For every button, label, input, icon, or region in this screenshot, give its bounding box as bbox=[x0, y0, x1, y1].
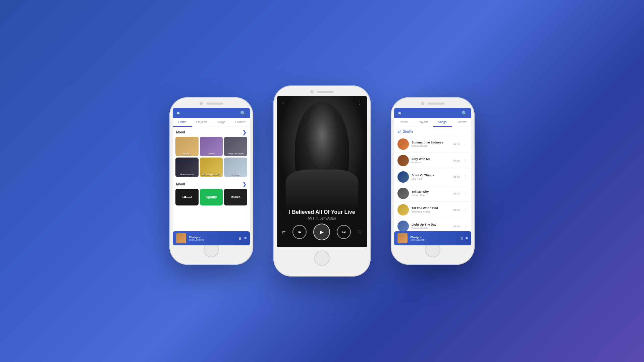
song-duration-4: 04:30 bbox=[453, 192, 460, 195]
shuffle-row-label: Shuffle bbox=[403, 130, 413, 133]
tab-playlists-right[interactable]: Playlists bbox=[414, 118, 433, 127]
platform-title: Mood bbox=[176, 182, 185, 186]
heart-btn[interactable]: ♡ bbox=[358, 229, 362, 235]
now-playing-artist-left: Jack Savoretti bbox=[189, 239, 235, 241]
song-thumb-4 bbox=[397, 188, 409, 199]
mood-card-motivational[interactable]: Motivational bbox=[175, 158, 199, 177]
tab-songs-right[interactable]: Songs bbox=[433, 118, 452, 127]
song-thumb-3 bbox=[397, 171, 409, 183]
platform-section-header: Mood ❯ bbox=[173, 179, 250, 189]
album-art bbox=[277, 96, 367, 209]
tab-folders-left[interactable]: Folders bbox=[231, 118, 250, 127]
mood-arrow-btn[interactable]: ❯ bbox=[242, 129, 247, 135]
tab-songs-left[interactable]: Songs bbox=[211, 118, 231, 127]
now-playing-info-right: Changes Jack Savoretti bbox=[410, 236, 457, 241]
now-playing-bar-right[interactable]: Changes Jack Savoretti ⏸ ≡ bbox=[394, 231, 471, 245]
right-screen: ≡ 🔍 Home Playlists Songs Folders ⇄ Shuff… bbox=[394, 108, 471, 239]
mood-grid: Happy Sweet Heart-broken Motivational So… bbox=[173, 137, 250, 179]
center-screen: ← ⋮ I Believed All Of Your Live MrTi ft … bbox=[277, 96, 367, 247]
song-artist-2: Rochus bbox=[412, 161, 450, 164]
hamburger-icon[interactable]: ≡ bbox=[177, 111, 179, 116]
song-item-2[interactable]: Stay With Me Rochus 04:30 ⋮ bbox=[394, 153, 471, 169]
song-title-1: Summertime Sadness bbox=[412, 141, 450, 144]
mood-card-lonely[interactable]: Lonely bbox=[224, 158, 247, 177]
song-item-4[interactable]: Tell Me Why Susan Boy 04:30 ⋮ bbox=[394, 185, 471, 202]
prev-btn[interactable]: ⏮ bbox=[292, 225, 307, 239]
song-item-3[interactable]: Spirit Of Things Sky Flyer 04:30 ⋮ bbox=[394, 169, 471, 185]
hamburger-icon-right[interactable]: ≡ bbox=[398, 111, 401, 116]
song-more-4[interactable]: ⋮ bbox=[464, 191, 468, 196]
phone-top-right bbox=[391, 97, 475, 108]
now-playing-bar-left[interactable]: Changes Jack Savoretti ⏸ ≡ bbox=[173, 231, 250, 245]
more-btn[interactable]: ⋮ bbox=[357, 100, 363, 106]
song-artist-4: Susan Boy bbox=[412, 194, 450, 197]
play-btn[interactable]: ▶ bbox=[313, 224, 330, 240]
song-more-6[interactable]: ⋮ bbox=[464, 224, 468, 229]
home-btn-center[interactable] bbox=[314, 250, 330, 266]
song-info-6: Light Up The Day Emma Hewitt bbox=[412, 223, 450, 230]
tab-playlists-left[interactable]: Playlists bbox=[192, 118, 212, 127]
shuffle-icon[interactable]: ⇄ bbox=[282, 229, 286, 235]
pause-btn-right[interactable]: ⏸ bbox=[460, 236, 464, 241]
song-more-2[interactable]: ⋮ bbox=[464, 158, 468, 163]
platform-arrow-btn[interactable]: ❯ bbox=[242, 181, 247, 187]
song-artist-3: Sky Flyer bbox=[412, 177, 450, 180]
itunes-label: iTunes bbox=[231, 195, 240, 199]
song-item-1[interactable]: Summertime Sadness Emma Hewitt 04:30 ⋮ bbox=[394, 136, 471, 153]
app-header-right: ≡ 🔍 bbox=[394, 108, 471, 118]
song-info-5: Till The World End Trolyada House bbox=[412, 206, 450, 213]
next-btn[interactable]: ⏭ bbox=[337, 225, 351, 239]
now-playing-thumb-left bbox=[176, 233, 186, 243]
mood-label-soft: Soft & Relaxing bbox=[200, 173, 223, 176]
player-controls: ⇄ ⏮ ▶ ⏭ ♡ bbox=[277, 224, 367, 240]
search-icon-right[interactable]: 🔍 bbox=[462, 111, 467, 116]
now-playing-thumb-right bbox=[397, 233, 408, 243]
songs-list: Summertime Sadness Emma Hewitt 04:30 ⋮ S… bbox=[394, 136, 471, 235]
speaker-center bbox=[317, 91, 334, 93]
platform-spotify[interactable]: Spotify bbox=[200, 189, 223, 205]
billboard-label: billboard bbox=[182, 195, 192, 199]
front-camera-center bbox=[310, 90, 314, 94]
song-info-1: Summertime Sadness Emma Hewitt bbox=[412, 141, 450, 147]
tab-folders-right[interactable]: Folders bbox=[452, 118, 472, 127]
song-duration-6: 04:30 bbox=[453, 225, 460, 228]
song-item-5[interactable]: Till The World End Trolyada House 04:30 … bbox=[394, 202, 471, 218]
song-thumb-2 bbox=[397, 155, 409, 166]
mood-card-sweet[interactable]: Sweet bbox=[200, 137, 223, 156]
mood-card-heartbroken[interactable]: Heart-broken bbox=[224, 137, 247, 156]
next-icon: ⏭ bbox=[342, 230, 346, 234]
list-btn-right[interactable]: ≡ bbox=[466, 236, 468, 241]
left-screen: ≡ 🔍 Home Playlists Songs Folders Mood ❯ … bbox=[173, 108, 250, 239]
pause-btn-left[interactable]: ⏸ bbox=[238, 236, 242, 241]
song-duration-2: 04:30 bbox=[453, 159, 460, 162]
shuffle-row[interactable]: ⇄ Shuffle bbox=[394, 127, 471, 136]
song-duration-1: 04:30 bbox=[453, 143, 460, 146]
song-more-1[interactable]: ⋮ bbox=[464, 142, 468, 146]
tab-home-left[interactable]: Home bbox=[173, 118, 192, 127]
mood-card-happy[interactable]: Happy bbox=[175, 137, 199, 156]
speaker-right bbox=[428, 103, 444, 105]
speaker-left bbox=[206, 103, 223, 105]
play-icon: ▶ bbox=[320, 229, 324, 235]
song-thumb-1 bbox=[397, 138, 409, 150]
center-phone: ← ⋮ I Believed All Of Your Live MrTi ft … bbox=[273, 85, 371, 277]
song-more-3[interactable]: ⋮ bbox=[464, 175, 468, 179]
list-btn-left[interactable]: ≡ bbox=[244, 236, 247, 241]
mood-label-happy: Happy bbox=[175, 152, 199, 155]
mood-card-soft[interactable]: Soft & Relaxing bbox=[200, 158, 223, 177]
player-song-title: I Believed All Of Your Live bbox=[277, 209, 367, 215]
mood-label-heartbroken: Heart-broken bbox=[224, 152, 247, 155]
now-playing-controls-left: ⏸ ≡ bbox=[238, 236, 247, 241]
app-header-left: ≡ 🔍 bbox=[173, 108, 250, 118]
song-more-5[interactable]: ⋮ bbox=[464, 207, 468, 212]
back-btn[interactable]: ← bbox=[281, 100, 287, 106]
search-icon[interactable]: 🔍 bbox=[240, 111, 246, 116]
platform-billboard[interactable]: billboard bbox=[175, 189, 199, 205]
song-title-2: Stay With Me bbox=[412, 157, 450, 161]
platform-itunes[interactable]: iTunes bbox=[224, 189, 247, 205]
tab-home-right[interactable]: Home bbox=[394, 118, 414, 127]
song-thumb-6 bbox=[397, 221, 409, 232]
spotify-label: Spotify bbox=[206, 195, 217, 199]
player-top-bar: ← ⋮ bbox=[277, 96, 367, 109]
left-phone: ≡ 🔍 Home Playlists Songs Folders Mood ❯ … bbox=[169, 97, 253, 265]
